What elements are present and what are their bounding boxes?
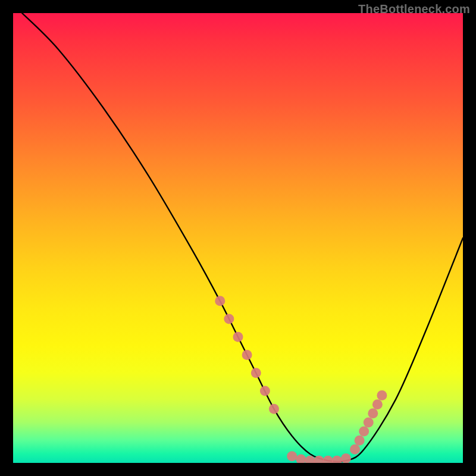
svg-point-0 bbox=[215, 296, 225, 306]
svg-point-16 bbox=[359, 427, 369, 437]
svg-point-5 bbox=[260, 386, 270, 396]
chart-svg bbox=[13, 13, 463, 463]
svg-point-15 bbox=[355, 436, 365, 446]
chart-frame: TheBottleneck.com bbox=[0, 0, 476, 476]
highlight-dots bbox=[215, 296, 387, 463]
svg-point-14 bbox=[350, 444, 360, 455]
svg-point-19 bbox=[372, 399, 383, 409]
svg-point-11 bbox=[323, 456, 333, 463]
svg-point-17 bbox=[364, 417, 374, 427]
svg-point-18 bbox=[368, 408, 378, 418]
svg-point-8 bbox=[296, 454, 306, 463]
svg-point-3 bbox=[242, 350, 252, 360]
svg-point-13 bbox=[341, 453, 351, 463]
svg-point-2 bbox=[233, 332, 243, 342]
svg-point-7 bbox=[287, 451, 297, 461]
svg-point-12 bbox=[332, 456, 342, 463]
svg-point-6 bbox=[269, 404, 279, 414]
curve-line bbox=[22, 13, 463, 462]
svg-point-1 bbox=[224, 314, 234, 324]
svg-point-4 bbox=[251, 368, 261, 378]
attribution-text: TheBottleneck.com bbox=[358, 2, 470, 16]
svg-point-20 bbox=[377, 390, 387, 400]
